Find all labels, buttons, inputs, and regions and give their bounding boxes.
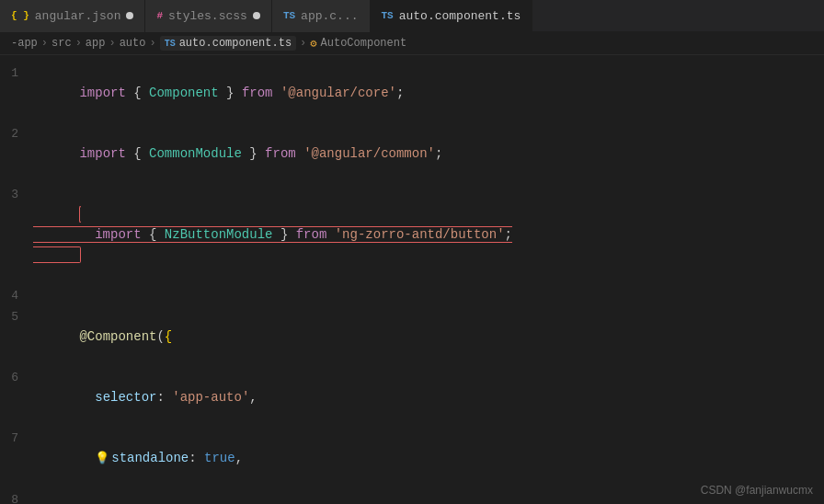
line-number-7: 7 <box>0 429 33 449</box>
editor-area: 1 import { Component } from '@angular/co… <box>0 55 824 504</box>
tab-label-auto-component: auto.component.ts <box>399 9 521 23</box>
code-line-5: 5 @Component({ <box>0 306 824 367</box>
tab-angular-json[interactable]: { } angular.json <box>0 0 145 32</box>
breadcrumb-part-app[interactable]: -app <box>11 37 38 50</box>
breadcrumb-part-src[interactable]: src <box>52 37 72 50</box>
code-line-2: 2 import { CommonModule } from '@angular… <box>0 123 824 184</box>
tab-icon-ts2: TS <box>283 10 295 21</box>
line-number-2: 2 <box>0 124 33 144</box>
code-line-3: 3 import { NzButtonModule } from 'ng-zor… <box>0 184 824 285</box>
code-line-1: 1 import { Component } from '@angular/co… <box>0 63 824 123</box>
line-number-3: 3 <box>0 185 33 205</box>
code-line-6: 6 selector: 'app-auto', <box>0 367 824 428</box>
line-content-7: 💡standalone: true, <box>33 428 824 489</box>
tab-icon-json: { } <box>11 10 29 21</box>
code-line-7: 7 💡standalone: true, <box>0 428 824 489</box>
breadcrumb-sep-5: › <box>300 37 306 50</box>
footer-text: CSDN @fanjianwucmx <box>701 484 813 497</box>
breadcrumb-component-icon: ⚙ <box>310 37 316 51</box>
footer-watermark: CSDN @fanjianwucmx <box>701 484 813 497</box>
breadcrumb-component-name: AutoComponent <box>321 37 407 50</box>
breadcrumb-current-file[interactable]: TS auto.component.ts <box>160 36 296 51</box>
line-content-5: @Component({ <box>33 306 824 367</box>
breadcrumb-sep-2: › <box>75 37 82 50</box>
breadcrumb-sep-3: › <box>109 37 115 50</box>
breadcrumb-symbol[interactable]: ⚙ AutoComponent <box>310 37 406 51</box>
tab-modified-dot <box>126 12 133 19</box>
code-line-4: 4 <box>0 285 824 306</box>
line-content-6: selector: 'app-auto', <box>33 367 824 428</box>
breadcrumb-sep-1: › <box>41 37 48 50</box>
tab-icon-scss: # <box>156 10 163 21</box>
line-number-6: 6 <box>0 368 33 388</box>
tab-bar: { } angular.json # styles.scss TS app.c.… <box>0 0 824 32</box>
tab-styles-scss[interactable]: # styles.scss <box>145 0 271 32</box>
tab-label-app-component: app.c... <box>301 9 358 23</box>
breadcrumb-part-auto[interactable]: auto <box>120 37 146 50</box>
breadcrumb-filename: auto.component.ts <box>179 37 292 50</box>
breadcrumb-sep-4: › <box>149 37 155 50</box>
breadcrumb-part-app2[interactable]: app <box>86 37 106 50</box>
tab-auto-component[interactable]: TS auto.component.ts <box>371 0 533 32</box>
line-content-1: import { Component } from '@angular/core… <box>33 63 824 123</box>
tab-label-styles-scss: styles.scss <box>168 9 247 23</box>
line-number-1: 1 <box>0 63 33 84</box>
tab-icon-ts: TS <box>382 10 394 21</box>
line-content-3: import { NzButtonModule } from 'ng-zorro… <box>33 184 824 285</box>
line-number-8: 8 <box>0 490 33 504</box>
tab-app-component[interactable]: TS app.c... <box>272 0 371 32</box>
line-content-2: import { CommonModule } from '@angular/c… <box>33 123 824 184</box>
line-number-5: 5 <box>0 307 33 327</box>
line-content-4 <box>33 285 824 305</box>
tab-label-angular-json: angular.json <box>35 9 121 23</box>
breadcrumb-ts-icon: TS <box>165 39 176 49</box>
line-number-4: 4 <box>0 286 33 306</box>
breadcrumb: -app › src › app › auto › TS auto.compon… <box>0 32 824 55</box>
tab-modified-dot-scss <box>253 12 260 19</box>
